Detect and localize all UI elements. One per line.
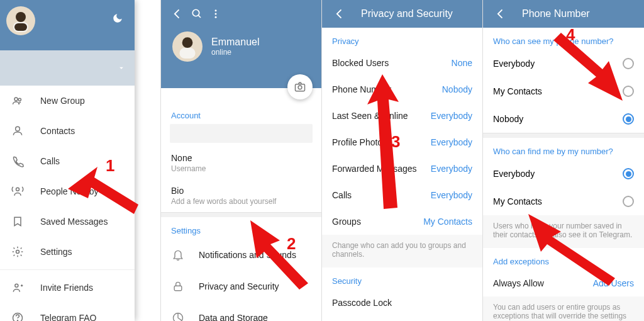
menu-telegram-faq[interactable]: Telegram FAQ <box>0 303 135 321</box>
gear-icon <box>10 244 25 259</box>
menu-new-group[interactable]: New Group <box>0 86 135 116</box>
svg-point-0 <box>143 10 149 16</box>
svg-point-17 <box>215 16 217 18</box>
menu-calls[interactable]: Calls <box>0 146 135 176</box>
profile-name: Emmanuel <box>211 37 259 48</box>
drawer-header <box>0 0 135 50</box>
opt-see-nobody[interactable]: Nobody <box>483 105 644 133</box>
svg-point-21 <box>298 86 302 89</box>
radio-icon <box>623 58 634 69</box>
menu-item-label: Settings <box>40 247 72 257</box>
svg-point-8 <box>16 188 19 191</box>
row-calls[interactable]: CallsEverybody <box>322 182 482 208</box>
opt-see-everybody[interactable]: Everybody <box>483 50 644 77</box>
settings-panel: Emmanuel online Account NoneUsername Bio… <box>161 0 322 321</box>
profile-status: online <box>211 48 259 57</box>
divider <box>0 269 135 270</box>
row-phone-number[interactable]: Phone NumberNobody <box>322 76 482 103</box>
opt-find-everybody[interactable]: Everybody <box>483 160 644 188</box>
drawer-panel: 23 AM4579 26 AM1 36 PM456 Mon149 Mon Jan… <box>0 0 161 321</box>
back-button[interactable] <box>491 4 511 24</box>
menu-item-label: Contacts <box>40 126 75 136</box>
more-icon[interactable] <box>206 4 225 23</box>
section-account: Account <box>161 102 321 124</box>
row-groups[interactable]: GroupsMy Contacts <box>322 208 482 235</box>
row-last-seen[interactable]: Last Seen & OnlineEverybody <box>322 103 482 129</box>
bio-row[interactable]: BioAdd a few words about yourself <box>161 179 321 212</box>
back-button[interactable] <box>330 4 350 24</box>
phone-topbar: Phone Number <box>483 0 644 28</box>
row-forwarded[interactable]: Forwarded MessagesEverybody <box>322 155 482 182</box>
svg-point-15 <box>215 9 217 11</box>
radio-icon <box>623 113 634 125</box>
menu-settings[interactable]: Settings <box>0 237 135 267</box>
section-settings: Settings <box>161 217 321 239</box>
moon-icon[interactable] <box>108 9 127 28</box>
row-always-allow[interactable]: Always AllowAdd Users <box>483 270 644 296</box>
menu-people-nearby[interactable]: People Nearby <box>0 176 135 206</box>
svg-point-2 <box>16 12 26 22</box>
drawer-menu: New Group Contacts Calls People Nearby S… <box>0 86 135 321</box>
contact-icon <box>10 123 25 138</box>
help-icon <box>10 310 25 321</box>
menu-invite-friends[interactable]: Invite Friends <box>0 273 135 303</box>
avatar[interactable] <box>6 6 35 35</box>
chatlist-peek: 23 AM4579 26 AM1 36 PM456 Mon149 Mon Jan… <box>134 0 160 321</box>
svg-rect-22 <box>174 286 182 291</box>
row-passcode[interactable]: Passcode Lock <box>322 290 482 316</box>
exceptions-helper: You can add users or entire groups as ex… <box>483 296 644 321</box>
svg-line-14 <box>198 15 201 18</box>
svg-point-13 <box>192 9 199 16</box>
section-security: Security <box>322 268 482 290</box>
account-switcher[interactable] <box>0 50 135 86</box>
section-see: Who can see my phone number? <box>483 28 644 50</box>
settings-notifications[interactable]: Notifications and Sounds <box>161 239 321 271</box>
lock-icon <box>171 279 185 293</box>
privacy-panel: Privacy and Security Privacy Blocked Use… <box>322 0 483 321</box>
radio-icon <box>623 86 634 97</box>
row-profile-photos[interactable]: Profile PhotosEverybody <box>322 129 482 155</box>
change-photo-button[interactable] <box>287 74 313 99</box>
radio-icon <box>623 168 634 179</box>
svg-point-5 <box>14 98 18 101</box>
search-icon[interactable] <box>187 4 206 23</box>
page-title: Phone Number <box>522 8 590 20</box>
opt-see-contacts[interactable]: My Contacts <box>483 77 644 105</box>
settings-data[interactable]: Data and Storage <box>161 302 321 321</box>
avatar[interactable] <box>172 31 203 62</box>
menu-contacts[interactable]: Contacts <box>0 116 135 146</box>
pie-icon <box>171 311 185 321</box>
privacy-helper: Change who can add you to groups and cha… <box>322 235 482 268</box>
menu-item-label: Calls <box>40 156 60 166</box>
svg-line-1 <box>148 15 150 17</box>
privacy-topbar: Privacy and Security <box>322 0 482 28</box>
page-title: Privacy and Security <box>361 8 453 20</box>
svg-point-16 <box>215 13 217 15</box>
username-row[interactable]: NoneUsername <box>161 147 321 179</box>
row-two-step[interactable]: Two-Step VerificationOff <box>322 316 482 321</box>
opt-find-contacts[interactable]: My Contacts <box>483 188 644 215</box>
bookmark-icon <box>10 214 25 229</box>
menu-item-label: People Nearby <box>40 186 99 196</box>
search-button[interactable] <box>134 0 160 28</box>
svg-point-9 <box>16 251 19 254</box>
phone-number-redacted <box>170 124 313 143</box>
back-button[interactable] <box>167 4 187 24</box>
radio-icon <box>623 196 634 207</box>
settings-header: Emmanuel online <box>161 0 321 88</box>
menu-item-label: Saved Messages <box>40 217 108 227</box>
section-privacy: Privacy <box>322 28 482 50</box>
group-icon <box>10 93 25 108</box>
phone-number-panel: Phone Number Who can see my phone number… <box>483 0 644 321</box>
find-helper: Users who have your number saved in thei… <box>483 215 644 248</box>
svg-rect-4 <box>14 23 27 31</box>
row-blocked-users[interactable]: Blocked UsersNone <box>322 50 482 76</box>
call-icon <box>10 154 25 169</box>
section-find: Who can find me by my number? <box>483 138 644 160</box>
section-exceptions: Add exceptions <box>483 248 644 270</box>
settings-privacy[interactable]: Privacy and Security <box>161 271 321 302</box>
menu-saved-messages[interactable]: Saved Messages <box>0 206 135 237</box>
svg-point-6 <box>18 98 21 101</box>
svg-rect-19 <box>179 48 195 59</box>
svg-point-7 <box>16 127 20 131</box>
